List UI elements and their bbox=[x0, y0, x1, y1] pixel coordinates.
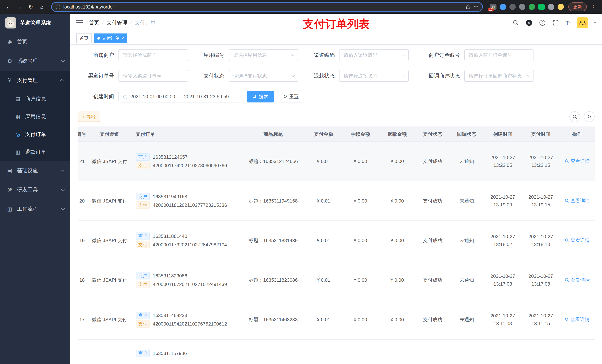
cell-order: 商户 1635311881440 支付 42000011732021102728… bbox=[133, 221, 241, 260]
address-bar[interactable]: ⓘ localhost:1024/pay/order ☆ bbox=[51, 2, 483, 12]
chevron-down-icon bbox=[61, 187, 65, 191]
cell-fee: ¥ 0.00 bbox=[342, 300, 379, 339]
tag-home[interactable]: 首页 bbox=[76, 33, 92, 43]
notify-status-select[interactable]: 请选择订单回调商户状态 bbox=[464, 70, 534, 82]
refresh-table-button[interactable]: ↻ bbox=[584, 111, 595, 122]
cell-notify: 未通知 bbox=[450, 260, 484, 300]
merchant-input[interactable] bbox=[118, 49, 188, 61]
date-end[interactable]: 2021-10-31 23:59:59 bbox=[184, 94, 229, 100]
user-menu-caret-icon[interactable]: ▾ bbox=[594, 20, 596, 25]
logo[interactable]: 芋道管理系统 bbox=[0, 14, 70, 32]
toggle-search-button[interactable] bbox=[570, 111, 580, 122]
date-start[interactable]: 2021-10-01 00:00:00 bbox=[130, 94, 175, 100]
font-size-icon[interactable]: TT bbox=[565, 20, 571, 26]
extension-icon-puzzle[interactable] bbox=[548, 4, 554, 10]
search-icon[interactable] bbox=[512, 19, 519, 26]
view-detail-link[interactable]: 查看详情 bbox=[565, 158, 590, 165]
view-detail-link[interactable]: 查看详情 bbox=[565, 277, 590, 283]
user-avatar[interactable] bbox=[577, 17, 588, 28]
cell-fee: ¥ 0.00 bbox=[342, 221, 379, 260]
browser-menu-icon[interactable]: ⋮ bbox=[588, 4, 598, 10]
breadcrumb-payment[interactable]: 支付管理 bbox=[107, 19, 127, 26]
channel-code-select[interactable]: 请输入渠道编码 bbox=[339, 49, 409, 61]
filter-pay-status: 支付状态 请选择支付状态 bbox=[203, 70, 298, 82]
github-icon[interactable] bbox=[525, 19, 533, 26]
view-detail-link[interactable]: 查看详情 bbox=[565, 237, 590, 244]
merchant-badge: 商户 bbox=[136, 232, 150, 240]
table-row: 19 微信 JSAPI 支付 商户 1635311881440 支付 42000… bbox=[78, 221, 595, 260]
top-navbar: 首页 / 支付管理 / 支付订单 支付订单列表 ? bbox=[70, 14, 602, 32]
chevron-down-icon bbox=[61, 207, 65, 210]
sidebar-item-infrastructure[interactable]: ▣ 基础设施 bbox=[0, 161, 70, 180]
extension-icon-grid[interactable]: 10 bbox=[490, 4, 496, 10]
extension-icon-reader[interactable] bbox=[538, 4, 545, 10]
breadcrumb: 首页 / 支付管理 / 支付订单 bbox=[89, 19, 155, 26]
extension-icon-drop[interactable] bbox=[500, 4, 506, 10]
search-button[interactable]: 搜索 bbox=[247, 91, 274, 103]
sidebar-item-merchant-info[interactable]: ▤ 商户信息 bbox=[0, 90, 70, 108]
fullscreen-icon[interactable] bbox=[552, 19, 559, 26]
refund-status-select[interactable]: 请选择退款状态 bbox=[339, 70, 409, 82]
table-row: 21 微信 JSAPI 支付 商户 1635312124657 支付 42000… bbox=[78, 142, 595, 181]
channel-order-no-input[interactable] bbox=[118, 70, 188, 82]
chevron-down-icon bbox=[291, 73, 295, 77]
browser-reload-icon[interactable]: ↻ bbox=[26, 2, 35, 12]
cell-paid: 2021-10-2713:17:08 bbox=[522, 260, 559, 300]
sidebar-item-pay-order[interactable]: ◎ 支付订单 bbox=[0, 125, 70, 143]
breadcrumb-home[interactable]: 首页 bbox=[89, 19, 99, 26]
sidebar-item-workflow[interactable]: ◫ 工作流程 bbox=[0, 199, 70, 219]
export-button[interactable]: ↓ 导出 bbox=[78, 112, 100, 122]
sidebar-item-system[interactable]: ⚙ 系统管理 bbox=[0, 52, 70, 71]
sidebar-item-refund-order[interactable]: ▥ 退款订单 bbox=[0, 143, 70, 161]
help-icon[interactable]: ? bbox=[539, 19, 546, 26]
refresh-icon: ↻ bbox=[283, 94, 287, 100]
sidebar-item-payment[interactable]: ¥ 支付管理 bbox=[0, 71, 70, 90]
site-info-icon[interactable]: ⓘ bbox=[55, 4, 60, 10]
reset-button[interactable]: ↻ 重置 bbox=[278, 91, 304, 103]
view-detail-link[interactable]: 查看详情 bbox=[565, 198, 590, 204]
extension-icon-gray[interactable] bbox=[519, 4, 525, 10]
view-detail-link[interactable]: 查看详情 bbox=[565, 316, 590, 323]
browser-home-icon[interactable]: ⌂ bbox=[37, 2, 47, 12]
cell-paid: 2021-10-2713:11:15 bbox=[522, 300, 559, 339]
cell-amount bbox=[305, 339, 342, 364]
col-id: 编号 bbox=[78, 127, 86, 142]
sidebar-item-home[interactable]: ◉ 首页 bbox=[0, 32, 70, 52]
browser-forward-icon[interactable]: → bbox=[15, 2, 24, 12]
date-range-picker[interactable]: ◷ 2021-10-01 00:00:00 - 2021-10-31 23:59… bbox=[118, 91, 241, 103]
cell-channel: 微信 JSAPI 支付 bbox=[86, 181, 133, 221]
collapse-sidebar-icon[interactable] bbox=[76, 20, 83, 25]
screen: ← → ↻ ⌂ ⓘ localhost:1024/pay/order ☆ 10 … bbox=[0, 0, 602, 364]
tag-pay-order[interactable]: 支付订单 × bbox=[94, 33, 127, 43]
pay-line: 支付 4200001181202110277723215336 bbox=[136, 201, 241, 209]
filter-channel-code: 渠道编码 请输入渠道编码 bbox=[313, 49, 409, 61]
pay-line: 支付 4200001173202110272847982104 bbox=[136, 241, 241, 248]
app-select[interactable]: 请选择应用信息 bbox=[229, 49, 298, 61]
col-status: 支付状态 bbox=[416, 127, 450, 142]
cell-paid: 2021-10-2713:19:15 bbox=[522, 181, 559, 221]
cell-id: 19 bbox=[78, 221, 86, 260]
pay-status-select[interactable]: 请选择支付状态 bbox=[229, 70, 298, 82]
browser-update-button[interactable]: 更新 bbox=[568, 2, 587, 11]
url-text[interactable]: localhost:1024/pay/order bbox=[63, 4, 114, 10]
sidebar-item-app-info[interactable]: ▦ 应用信息 bbox=[0, 108, 70, 125]
cell-id: 21 bbox=[78, 142, 86, 181]
cell-amount: ¥ 0.01 bbox=[305, 142, 342, 181]
table-header-row: 编号 支付渠道 支付订单 商品标题 支付金额 手续金额 退款金额 支付状态 回调… bbox=[78, 127, 595, 142]
browser-chrome: ← → ↻ ⌂ ⓘ localhost:1024/pay/order ☆ 10 … bbox=[0, 0, 602, 14]
cell-status: 支付成功 bbox=[416, 221, 450, 260]
cell-title: 标题：1635311881439 bbox=[241, 221, 305, 260]
extension-icon-dark[interactable] bbox=[509, 4, 516, 10]
merchant-order-no-input[interactable] bbox=[464, 49, 534, 61]
bookmark-star-icon[interactable]: ☆ bbox=[474, 4, 478, 10]
extension-icon-green-circle[interactable] bbox=[529, 4, 535, 10]
merchant-line: 商户 1635311157986 bbox=[136, 350, 241, 357]
share-icon[interactable] bbox=[466, 4, 471, 10]
sidebar-item-dev-tools[interactable]: ⚒ 研发工具 bbox=[0, 180, 70, 199]
profile-avatar-icon[interactable] bbox=[558, 4, 564, 10]
close-tag-icon[interactable]: × bbox=[121, 36, 124, 41]
browser-back-icon[interactable]: ← bbox=[4, 2, 13, 12]
cell-title: 标题：1635311823086 bbox=[241, 260, 305, 300]
download-icon: ↓ bbox=[83, 114, 85, 119]
table-row: 18 微信 JSAPI 支付 商户 1635311823086 支付 42000… bbox=[78, 260, 595, 300]
